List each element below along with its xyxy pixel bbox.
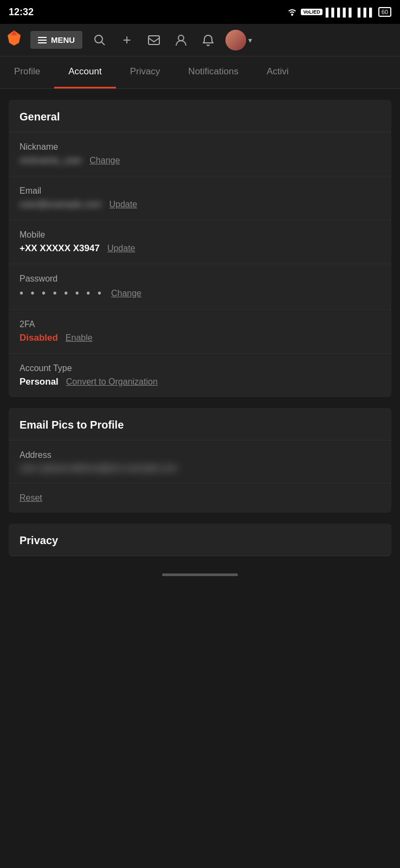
email-pics-title: Email Pics to Profile: [9, 408, 391, 441]
svg-line-1: [101, 42, 105, 45]
status-bar: 12:32 VoLIED ▌▌▌▌▌ ▌▌▌ 60: [0, 0, 400, 24]
convert-to-org-button[interactable]: Convert to Organization: [66, 377, 158, 387]
mobile-field: Mobile +XX XXXXX X3947 Update: [9, 220, 391, 264]
top-nav: MENU + ▾: [0, 24, 400, 56]
notifications-button[interactable]: [198, 30, 218, 50]
email-value-row: user@example.com Update: [20, 199, 380, 210]
email-field: Email user@example.com Update: [9, 176, 391, 220]
avatar-section[interactable]: ▾: [225, 30, 252, 50]
mobile-value: +XX XXXXX X3947: [20, 243, 100, 254]
nickname-change-button[interactable]: Change: [89, 156, 120, 165]
email-pics-address-value-row: user-upload-address@pics.example.com: [20, 463, 380, 473]
twofa-field: 2FA Disabled Enable: [9, 310, 391, 354]
nickname-value-row: nickname_user Change: [20, 155, 380, 166]
signal-icon: ▌▌▌▌▌: [326, 8, 354, 17]
email-pics-reset-field: Reset: [9, 483, 391, 513]
password-label: Password: [20, 274, 380, 284]
avatar-chevron-icon: ▾: [248, 36, 252, 44]
hamburger-icon: [38, 37, 47, 43]
signal2-icon: ▌▌▌: [358, 8, 375, 17]
menu-button[interactable]: MENU: [30, 31, 82, 49]
twofa-enable-button[interactable]: Enable: [66, 333, 93, 343]
tab-notifications[interactable]: Notifications: [174, 56, 253, 88]
email-pics-address-label: Address: [20, 450, 380, 460]
home-indicator: [0, 567, 400, 580]
mobile-value-row: +XX XXXXX X3947 Update: [20, 243, 380, 254]
tab-profile[interactable]: Profile: [0, 56, 54, 88]
privacy-section: Privacy: [9, 524, 391, 556]
general-section-title: General: [9, 100, 391, 132]
twofa-status: Disabled: [20, 333, 58, 343]
add-button[interactable]: +: [117, 30, 137, 50]
general-section: General Nickname nickname_user Change Em…: [9, 100, 391, 397]
password-field: Password • • • • • • • • Change: [9, 264, 391, 310]
privacy-title: Privacy: [9, 524, 391, 556]
svg-rect-2: [149, 36, 159, 44]
account-type-label: Account Type: [20, 363, 380, 373]
wifi-icon: [287, 7, 298, 17]
email-value: user@example.com: [20, 199, 101, 210]
user-button[interactable]: [171, 30, 191, 50]
app-logo: [5, 29, 23, 50]
content-area: General Nickname nickname_user Change Em…: [0, 100, 400, 556]
status-time: 12:32: [9, 7, 34, 18]
account-type-value-row: Personal Convert to Organization: [20, 376, 380, 387]
mail-button[interactable]: [144, 30, 164, 50]
svg-point-0: [95, 35, 102, 43]
tab-bar: Profile Account Privacy Notifications Ac…: [0, 56, 400, 89]
search-button[interactable]: [90, 30, 109, 50]
account-type-field: Account Type Personal Convert to Organiz…: [9, 354, 391, 397]
nickname-field: Nickname nickname_user Change: [9, 132, 391, 176]
email-pics-section: Email Pics to Profile Address user-uploa…: [9, 408, 391, 513]
twofa-value-row: Disabled Enable: [20, 333, 380, 343]
email-update-button[interactable]: Update: [109, 200, 137, 209]
nickname-value: nickname_user: [20, 155, 82, 166]
svg-point-3: [178, 35, 184, 41]
mobile-update-button[interactable]: Update: [107, 244, 136, 253]
password-value-row: • • • • • • • • Change: [20, 287, 380, 299]
home-bar: [162, 573, 238, 576]
tab-activity[interactable]: Activi: [253, 56, 303, 88]
email-pics-address-value: user-upload-address@pics.example.com: [20, 463, 177, 473]
email-label: Email: [20, 186, 380, 196]
tab-privacy[interactable]: Privacy: [116, 56, 175, 88]
account-type-value: Personal: [20, 376, 59, 387]
battery-icon: 60: [378, 7, 391, 17]
mobile-label: Mobile: [20, 230, 380, 240]
email-pics-reset-button[interactable]: Reset: [20, 493, 42, 502]
user-avatar: [225, 30, 246, 50]
twofa-label: 2FA: [20, 320, 380, 329]
password-change-button[interactable]: Change: [111, 289, 141, 298]
nickname-label: Nickname: [20, 142, 380, 152]
password-dots: • • • • • • • •: [20, 287, 104, 299]
status-icons: VoLIED ▌▌▌▌▌ ▌▌▌ 60: [287, 7, 391, 17]
tab-account[interactable]: Account: [54, 56, 115, 88]
vo-lied-badge: VoLIED: [301, 9, 322, 15]
email-pics-address-field: Address user-upload-address@pics.example…: [9, 441, 391, 483]
